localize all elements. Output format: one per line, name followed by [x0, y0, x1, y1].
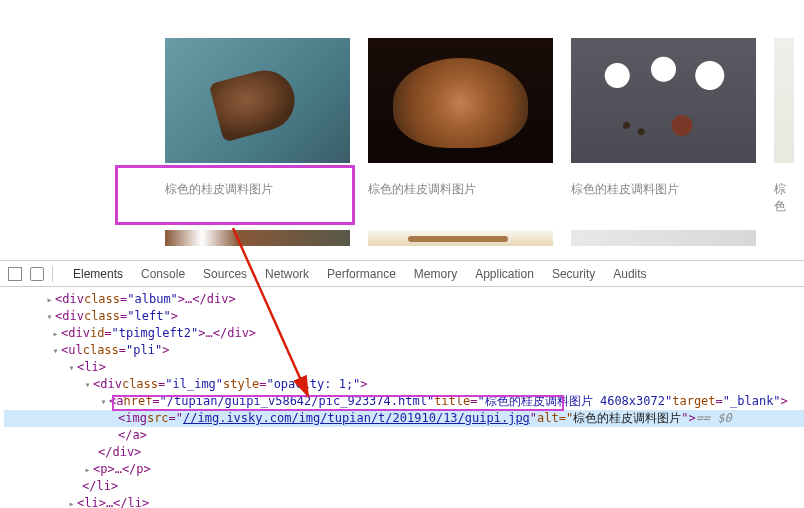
tab-performance[interactable]: Performance	[327, 267, 396, 281]
gallery-item[interactable]: 棕色的桂皮调料图片	[165, 38, 350, 260]
dom-node[interactable]: </a>	[4, 427, 804, 444]
inspect-element-icon[interactable]	[8, 267, 22, 281]
devtools-toolbar: Elements Console Sources Network Perform…	[0, 261, 804, 287]
dom-node[interactable]: ▾<div class="il_img" style="opacity: 1;"…	[4, 376, 804, 393]
tab-application[interactable]: Application	[475, 267, 534, 281]
dom-tree[interactable]: ▸<div class="album">…</div> ▾<div class=…	[0, 287, 804, 508]
image-caption: 棕色的桂皮调料图片	[165, 163, 350, 198]
image-gallery: 棕色的桂皮调料图片 棕色的桂皮调料图片 棕色的桂皮调料图片 棕色	[0, 0, 804, 260]
thumbnail-image[interactable]	[571, 38, 756, 163]
thumbnail-image[interactable]	[774, 38, 794, 163]
dom-node[interactable]: ▾<div class="left">	[4, 308, 804, 325]
gallery-item[interactable]: 棕色的桂皮调料图片	[368, 38, 553, 260]
dom-node[interactable]: </li>	[4, 478, 804, 495]
tab-security[interactable]: Security	[552, 267, 595, 281]
dom-node[interactable]: ▾<a href="/tupian/guipi_v58642/pic_92337…	[4, 393, 804, 410]
dom-node[interactable]: </div>	[4, 444, 804, 461]
dom-node[interactable]: ▸<li>…</li>	[4, 495, 804, 508]
thumbnail-image[interactable]	[165, 38, 350, 163]
tab-audits[interactable]: Audits	[613, 267, 646, 281]
thumbnail-image[interactable]	[165, 230, 350, 246]
tab-console[interactable]: Console	[141, 267, 185, 281]
devtools-tabs: Elements Console Sources Network Perform…	[73, 267, 647, 281]
image-caption: 棕色的桂皮调料图片	[571, 163, 756, 198]
tab-sources[interactable]: Sources	[203, 267, 247, 281]
devtools-panel: Elements Console Sources Network Perform…	[0, 260, 804, 508]
gallery-item[interactable]: 棕色	[774, 38, 794, 260]
dom-node[interactable]: ▾<ul class="pli">	[4, 342, 804, 359]
gallery-row-2	[165, 230, 756, 246]
dom-node[interactable]: ▾<li>	[4, 359, 804, 376]
dom-node[interactable]: ▸<p>…</p>	[4, 461, 804, 478]
thumbnail-image[interactable]	[368, 230, 553, 246]
image-caption: 棕色的桂皮调料图片	[368, 163, 553, 198]
dom-node-selected[interactable]: <img src="//img.ivsky.com/img/tupian/t/2…	[4, 410, 804, 427]
thumbnail-image[interactable]	[571, 230, 756, 246]
dom-node[interactable]: ▸<div class="album">…</div>	[4, 291, 804, 308]
thumbnail-image[interactable]	[368, 38, 553, 163]
gallery-item[interactable]: 棕色的桂皮调料图片	[571, 38, 756, 260]
dom-node[interactable]: ▸<div id="tpimgleft2">…</div>	[4, 325, 804, 342]
tab-elements[interactable]: Elements	[73, 267, 123, 281]
tab-memory[interactable]: Memory	[414, 267, 457, 281]
tab-network[interactable]: Network	[265, 267, 309, 281]
image-caption: 棕色	[774, 163, 794, 215]
device-toolbar-icon[interactable]	[30, 267, 44, 281]
